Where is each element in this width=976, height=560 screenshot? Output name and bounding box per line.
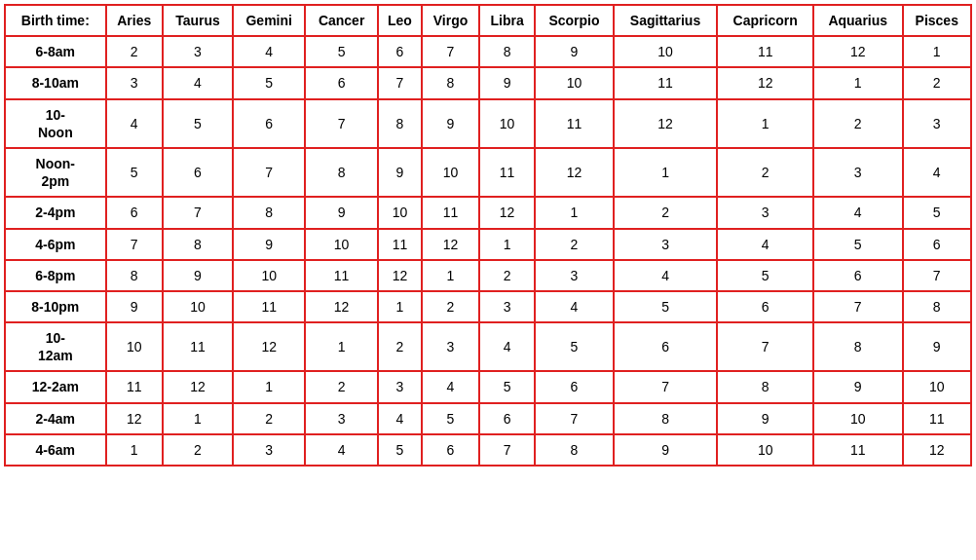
value-cell: 7: [305, 99, 377, 148]
time-cell: 6-8pm: [5, 260, 106, 291]
value-cell: 7: [163, 197, 233, 228]
value-cell: 6: [614, 322, 718, 371]
value-cell: 2: [106, 36, 163, 67]
value-cell: 5: [422, 403, 479, 434]
value-cell: 10: [106, 322, 163, 371]
value-cell: 2: [903, 67, 972, 98]
sign-header-gemini: Gemini: [233, 5, 305, 36]
value-cell: 5: [614, 291, 718, 322]
value-cell: 7: [614, 371, 718, 402]
value-cell: 6: [422, 434, 479, 466]
value-cell: 7: [422, 36, 479, 67]
value-cell: 2: [378, 322, 422, 371]
value-cell: 12: [535, 148, 613, 197]
value-cell: 9: [163, 260, 233, 291]
value-cell: 1: [479, 229, 535, 260]
time-cell: 6-8am: [5, 36, 106, 67]
value-cell: 5: [106, 148, 163, 197]
value-cell: 3: [903, 99, 972, 148]
value-cell: 1: [378, 291, 422, 322]
value-cell: 4: [717, 229, 813, 260]
value-cell: 9: [813, 371, 903, 402]
value-cell: 4: [305, 434, 377, 466]
value-cell: 6: [106, 197, 163, 228]
table-row: 8-10am345678910111212: [5, 67, 971, 98]
time-cell: Noon-2pm: [5, 148, 106, 197]
value-cell: 1: [163, 403, 233, 434]
value-cell: 5: [305, 36, 377, 67]
value-cell: 11: [378, 229, 422, 260]
value-cell: 7: [479, 434, 535, 466]
value-cell: 6: [305, 67, 377, 98]
value-cell: 3: [305, 403, 377, 434]
value-cell: 8: [106, 260, 163, 291]
sign-header-virgo: Virgo: [422, 5, 479, 36]
value-cell: 3: [614, 229, 718, 260]
value-cell: 4: [903, 148, 972, 197]
value-cell: 6: [378, 36, 422, 67]
value-cell: 12: [903, 434, 972, 466]
value-cell: 9: [614, 434, 718, 466]
value-cell: 10: [305, 229, 377, 260]
time-cell: 4-6am: [5, 434, 106, 466]
value-cell: 12: [717, 67, 813, 98]
sign-header-scorpio: Scorpio: [535, 5, 613, 36]
value-cell: 10: [903, 371, 972, 402]
value-cell: 3: [479, 291, 535, 322]
value-cell: 6: [163, 148, 233, 197]
value-cell: 4: [106, 99, 163, 148]
astrology-table: Birth time:AriesTaurusGeminiCancerLeoVir…: [4, 4, 972, 467]
table-row: 10-12am101112123456789: [5, 322, 971, 371]
value-cell: 6: [479, 403, 535, 434]
value-cell: 2: [717, 148, 813, 197]
value-cell: 10: [717, 434, 813, 466]
time-cell: 4-6pm: [5, 229, 106, 260]
value-cell: 10: [535, 67, 613, 98]
value-cell: 3: [378, 371, 422, 402]
value-cell: 10: [378, 197, 422, 228]
value-cell: 1: [717, 99, 813, 148]
value-cell: 2: [813, 99, 903, 148]
value-cell: 4: [378, 403, 422, 434]
value-cell: 2: [614, 197, 718, 228]
sign-header-sagittarius: Sagittarius: [614, 5, 718, 36]
value-cell: 9: [378, 148, 422, 197]
value-cell: 4: [163, 67, 233, 98]
time-cell: 10-Noon: [5, 99, 106, 148]
value-cell: 7: [378, 67, 422, 98]
sign-header-taurus: Taurus: [163, 5, 233, 36]
value-cell: 9: [233, 229, 305, 260]
value-cell: 3: [106, 67, 163, 98]
time-cell: 2-4am: [5, 403, 106, 434]
table-row: 6-8pm891011121234567: [5, 260, 971, 291]
value-cell: 3: [717, 197, 813, 228]
value-cell: 10: [614, 36, 718, 67]
value-cell: 8: [614, 403, 718, 434]
time-cell: 2-4pm: [5, 197, 106, 228]
value-cell: 2: [535, 229, 613, 260]
value-cell: 11: [422, 197, 479, 228]
value-cell: 5: [479, 371, 535, 402]
value-cell: 8: [813, 322, 903, 371]
value-cell: 12: [233, 322, 305, 371]
value-cell: 1: [903, 36, 972, 67]
value-cell: 4: [535, 291, 613, 322]
value-cell: 9: [106, 291, 163, 322]
table-row: 4-6pm789101112123456: [5, 229, 971, 260]
sign-header-aries: Aries: [106, 5, 163, 36]
value-cell: 4: [479, 322, 535, 371]
value-cell: 8: [305, 148, 377, 197]
value-cell: 2: [163, 434, 233, 466]
value-cell: 6: [233, 99, 305, 148]
table-row: 2-4am121234567891011: [5, 403, 971, 434]
value-cell: 6: [535, 371, 613, 402]
value-cell: 5: [813, 229, 903, 260]
value-cell: 3: [813, 148, 903, 197]
value-cell: 8: [903, 291, 972, 322]
value-cell: 12: [106, 403, 163, 434]
value-cell: 2: [233, 403, 305, 434]
value-cell: 12: [614, 99, 718, 148]
value-cell: 6: [903, 229, 972, 260]
value-cell: 12: [813, 36, 903, 67]
value-cell: 11: [479, 148, 535, 197]
